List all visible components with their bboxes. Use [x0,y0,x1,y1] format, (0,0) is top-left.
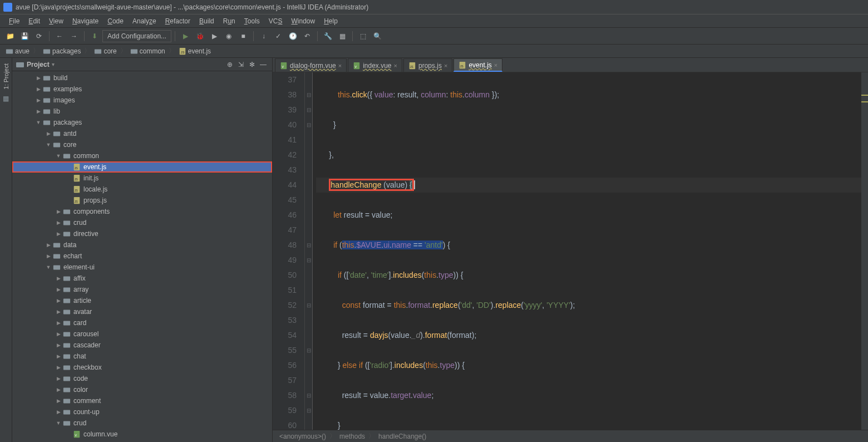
tree-item-cascader[interactable]: ▶cascader [12,340,272,351]
fold-marker-icon[interactable]: ⊟ [305,388,312,403]
project-tool-tab[interactable]: 1: Project [3,61,9,91]
tree-arrow-icon[interactable]: ▼ [34,120,42,125]
editor-tab-dialog-form-vue[interactable]: Vdialog-form.vue× [275,58,347,72]
editor-tab-index-vue[interactable]: Vindex.vue× [348,58,402,72]
menu-view[interactable]: View [45,16,68,26]
fold-marker-icon[interactable] [305,358,312,373]
tree-item-props-js[interactable]: JSprops.js [12,195,272,206]
tree-arrow-icon[interactable]: ▶ [55,409,62,415]
menu-navigate[interactable]: Navigate [68,16,103,26]
tree-arrow-icon[interactable]: ▶ [55,276,62,281]
tree-item-article[interactable]: ▶article [12,295,272,306]
fold-marker-icon[interactable] [305,72,312,87]
breadcrumb-eventjs[interactable]: JS event.js [176,47,213,55]
fold-marker-icon[interactable] [305,328,312,343]
tree-arrow-icon[interactable]: ▶ [55,220,62,225]
tree-arrow-icon[interactable]: ▶ [55,320,62,326]
editor-tab-props-js[interactable]: JSprops.js× [403,58,452,72]
fold-marker-icon[interactable] [305,193,312,208]
fold-marker-icon[interactable] [305,223,312,238]
menu-help[interactable]: Help [319,16,342,26]
tree-item-array[interactable]: ▶array [12,284,272,295]
tree-item-element-ui[interactable]: ▼element-ui [12,262,272,273]
tree-item-code[interactable]: ▶code [12,373,272,384]
tree-arrow-icon[interactable]: ▶ [55,376,62,381]
tree-item-echart[interactable]: ▶echart [12,251,272,262]
vcs-revert-icon[interactable]: ↶ [300,30,314,43]
tree-arrow-icon[interactable]: ▶ [55,353,62,359]
tree-item-crud[interactable]: ▼crud [12,418,272,429]
menu-file[interactable]: File [4,16,24,26]
tree-item-locale-js[interactable]: JSlocale.js [12,184,272,195]
tree-arrow-icon[interactable]: ▶ [34,75,42,81]
fold-marker-icon[interactable] [305,283,312,298]
fold-marker-icon[interactable]: ⊟ [305,403,312,418]
menu-run[interactable]: Run [219,16,240,26]
project-structure-icon[interactable]: ▦ [336,30,349,43]
tree-arrow-icon[interactable]: ▶ [34,86,42,92]
select-opened-file-icon[interactable]: ⊕ [224,59,235,70]
debug-icon[interactable]: 🐞 [193,30,206,43]
structure-tool-icon[interactable]: ▦ [3,95,9,102]
fold-marker-icon[interactable]: ⊟ [305,343,312,358]
tree-arrow-icon[interactable]: ▶ [34,97,42,103]
tree-item-images[interactable]: ▶images [12,95,272,106]
back-icon[interactable]: ← [53,30,66,43]
editor-tab-event-js[interactable]: JSevent.js× [453,58,502,72]
tree-item-data[interactable]: ▶data [12,239,272,251]
refresh-icon[interactable]: ⟳ [32,30,46,43]
editor-scrollbar-marks[interactable] [861,72,868,430]
tree-arrow-icon[interactable]: ▶ [45,131,52,136]
tree-arrow-icon[interactable]: ▶ [55,331,62,337]
fold-marker-icon[interactable] [305,418,312,430]
ide-settings-icon[interactable]: 🔧 [321,30,334,43]
run-icon[interactable]: ▶ [179,30,192,43]
tree-arrow-icon[interactable]: ▶ [45,253,52,259]
tree-item-config-js[interactable]: JSconfig.js [12,440,272,442]
menu-build[interactable]: Build [195,16,219,26]
breadcrumb-avue[interactable]: avue [3,47,32,55]
breadcrumb-core[interactable]: core [92,47,119,55]
project-tree[interactable]: ▶build▶examples▶images▶lib▼packages▶antd… [12,71,272,442]
tree-item-components[interactable]: ▶components [12,206,272,217]
tree-item-common[interactable]: ▼common [12,150,272,161]
fold-marker-icon[interactable] [305,178,312,193]
forward-icon[interactable]: → [67,30,81,43]
tree-item-packages[interactable]: ▼packages [12,117,272,128]
fold-marker-icon[interactable]: ⊟ [305,87,312,102]
menu-refactor[interactable]: Refactor [161,16,195,26]
fold-marker-icon[interactable] [305,132,312,148]
tree-arrow-icon[interactable]: ▶ [55,309,62,315]
tree-item-examples[interactable]: ▶examples [12,84,272,95]
tree-item-color[interactable]: ▶color [12,384,272,395]
tree-arrow-icon[interactable]: ▼ [55,420,62,426]
expand-all-icon[interactable]: ⇲ [235,59,246,70]
layout-icon[interactable]: ⬚ [356,30,369,43]
fold-marker-icon[interactable]: ⊟ [305,238,312,253]
tree-item-comment[interactable]: ▶comment [12,395,272,406]
tree-item-chat[interactable]: ▶chat [12,351,272,362]
menu-window[interactable]: Window [287,16,319,26]
tree-item-init-js[interactable]: JSinit.js [12,173,272,184]
tree-item-card[interactable]: ▶card [12,317,272,328]
breadcrumb-handlechange[interactable]: handleChange() [375,433,430,440]
tree-arrow-icon[interactable]: ▼ [55,153,62,159]
code-area[interactable]: this.click({ value: result, column: this… [313,72,861,430]
fold-marker-icon[interactable] [305,373,312,388]
fold-gutter[interactable]: ⊟⊟⊟⊟⊟⊟⊟⊟⊟ [305,72,313,430]
hide-panel-icon[interactable]: — [258,59,269,70]
fold-marker-icon[interactable] [305,313,312,328]
close-tab-icon[interactable]: × [444,62,447,69]
tree-arrow-icon[interactable]: ▶ [55,231,62,237]
tree-item-antd[interactable]: ▶antd [12,128,272,139]
tree-arrow-icon[interactable]: ▶ [55,365,62,370]
tree-item-column-vue[interactable]: Vcolumn.vue [12,429,272,440]
fold-marker-icon[interactable] [305,268,312,283]
tree-item-build[interactable]: ▶build [12,72,272,84]
tree-arrow-icon[interactable]: ▶ [55,398,62,404]
tree-item-count-up[interactable]: ▶count-up [12,406,272,418]
fold-marker-icon[interactable] [305,208,312,223]
tree-arrow-icon[interactable]: ▼ [45,142,52,148]
menu-edit[interactable]: Edit [24,16,45,26]
tree-item-crud[interactable]: ▶crud [12,217,272,228]
